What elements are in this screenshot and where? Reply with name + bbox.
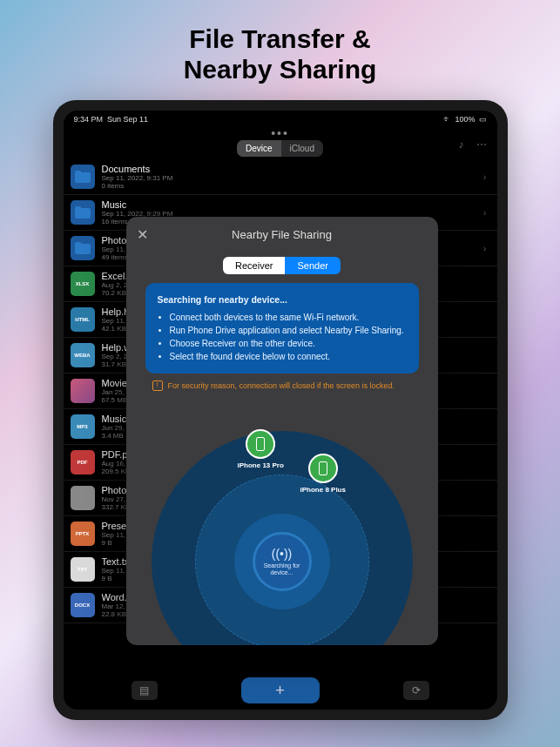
storage-segmented-control[interactable]: Device iCloud	[237, 140, 323, 157]
info-box: Searching for nearby device... Connect b…	[145, 283, 419, 374]
role-segmented-control[interactable]: Receiver Sender	[223, 257, 341, 274]
tip-item: Run Phone Drive application and select N…	[170, 324, 407, 337]
top-bar: ••• Device iCloud ♪ ⋯	[64, 128, 497, 159]
list-icon[interactable]: ▤	[132, 681, 158, 700]
file-icon: MP3	[71, 414, 95, 439]
file-date: Sep 11, 2022, 9:31 PM	[102, 174, 173, 182]
status-bar: 9:34 PM Sun Sep 11 ᯤ 100% ▭	[64, 111, 497, 128]
info-header: Searching for nearby device...	[158, 293, 407, 307]
file-size: 0 items	[102, 182, 173, 190]
signal-icon: ((•))	[272, 547, 293, 561]
status-time: 9:34 PM	[74, 115, 104, 124]
file-row[interactable]: DocumentsSep 11, 2022, 9:31 PM0 items›	[64, 159, 497, 195]
phone-icon	[308, 454, 338, 483]
chevron-right-icon: ›	[483, 243, 487, 253]
found-device[interactable]: iPhone 8 Plus	[300, 454, 346, 494]
tablet-frame: 9:34 PM Sun Sep 11 ᯤ 100% ▭ ••• Device i…	[53, 100, 508, 720]
music-icon[interactable]: ♪	[459, 138, 464, 151]
security-warning: ! For security reason, connection will c…	[152, 380, 412, 391]
found-device[interactable]: iPhone 13 Pro	[238, 429, 284, 469]
wifi-icon: ᯤ	[443, 115, 451, 124]
warning-icon: !	[152, 380, 163, 391]
overflow-icon[interactable]: ⋯	[476, 138, 487, 151]
file-icon: TXT	[71, 557, 95, 582]
battery-pct: 100%	[455, 115, 475, 124]
file-icon	[71, 486, 95, 510]
phone-icon	[246, 429, 275, 459]
more-icon[interactable]: •••	[271, 126, 289, 140]
chevron-right-icon: ›	[483, 172, 487, 182]
file-icon: HTML	[71, 307, 95, 332]
chevron-right-icon: ›	[483, 207, 487, 218]
file-icon: WEBA	[71, 343, 95, 367]
tab-device[interactable]: Device	[237, 140, 281, 157]
battery-icon: ▭	[479, 115, 487, 124]
close-icon[interactable]: ✕	[137, 226, 148, 243]
marketing-headline: File Transfer & Nearby Sharing	[184, 0, 377, 100]
radar-view: iPhone 13 Pro iPhone 8 Plus ((•)) Search…	[126, 396, 438, 645]
nearby-sharing-modal: ✕ Nearby File Sharing Receiver Sender Se…	[126, 217, 438, 645]
tip-item: Choose Receiver on the other device.	[170, 337, 407, 350]
file-icon: PPTX	[71, 522, 95, 546]
tab-icloud[interactable]: iCloud	[281, 140, 323, 157]
bottom-bar: ▤ + ⟳	[64, 671, 497, 710]
folder-icon	[71, 165, 95, 189]
modal-title: Nearby File Sharing	[232, 228, 332, 241]
file-name: Documents	[102, 164, 173, 174]
status-date: Sun Sep 11	[107, 115, 148, 124]
tab-receiver[interactable]: Receiver	[223, 257, 285, 274]
file-icon	[71, 379, 95, 403]
add-button[interactable]: +	[241, 677, 320, 703]
file-icon: PDF	[71, 450, 95, 474]
searching-hub: ((•)) Searching for device...	[253, 532, 312, 591]
tip-item: Connect both devices to the same Wi-Fi n…	[170, 311, 407, 324]
tab-sender[interactable]: Sender	[285, 257, 340, 274]
file-icon: XLSX	[71, 272, 95, 296]
file-icon: DOCX	[71, 593, 95, 617]
folder-icon	[71, 200, 95, 225]
sync-icon[interactable]: ⟳	[403, 681, 429, 700]
tip-item: Select the found device below to connect…	[170, 350, 407, 363]
file-name: Music	[102, 199, 173, 210]
folder-icon	[71, 236, 95, 260]
screen: 9:34 PM Sun Sep 11 ᯤ 100% ▭ ••• Device i…	[64, 111, 497, 710]
